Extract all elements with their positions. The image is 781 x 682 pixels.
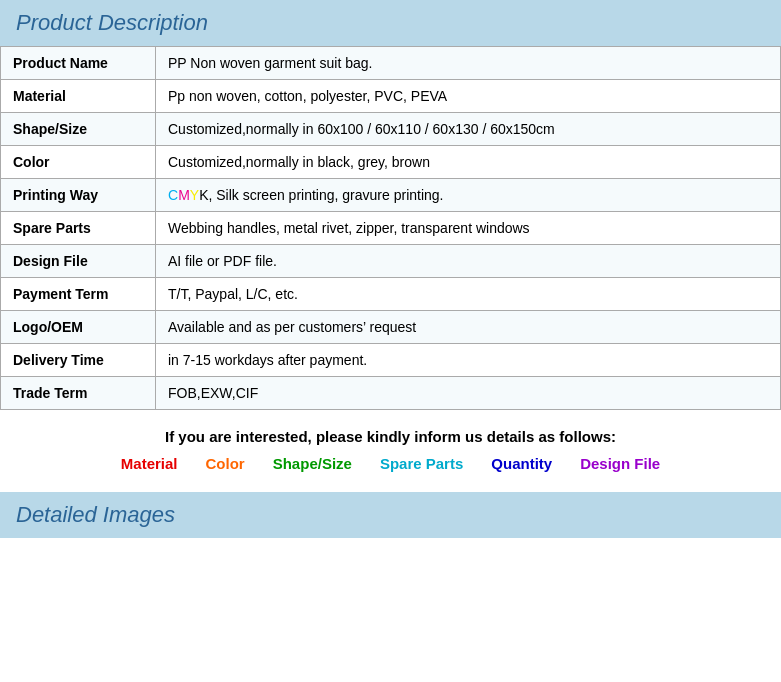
row-value: Available and as per customers’ request <box>156 311 781 344</box>
row-value: CMYK, Silk screen printing, gravure prin… <box>156 179 781 212</box>
keywords-row: MaterialColorShape/SizeSpare PartsQuanti… <box>10 455 771 472</box>
row-value: FOB,EXW,CIF <box>156 377 781 410</box>
row-label: Color <box>1 146 156 179</box>
row-value: Pp non woven, cotton, polyester, PVC, PE… <box>156 80 781 113</box>
keyword-item: Quantity <box>491 455 552 472</box>
table-row: Product NamePP Non woven garment suit ba… <box>1 47 781 80</box>
row-value: in 7-15 workdays after payment. <box>156 344 781 377</box>
detailed-images-header: Detailed Images <box>0 492 781 538</box>
row-value: Customized,normally in black, grey, brow… <box>156 146 781 179</box>
row-label: Shape/Size <box>1 113 156 146</box>
row-label: Payment Term <box>1 278 156 311</box>
interested-section: If you are interested, please kindly inf… <box>0 410 781 478</box>
table-row: Logo/OEMAvailable and as per customers’ … <box>1 311 781 344</box>
row-label: Material <box>1 80 156 113</box>
table-row: Delivery Timein 7-15 workdays after paym… <box>1 344 781 377</box>
table-row: ColorCustomized,normally in black, grey,… <box>1 146 781 179</box>
product-table: Product NamePP Non woven garment suit ba… <box>0 46 781 410</box>
table-row: Shape/SizeCustomized,normally in 60x100 … <box>1 113 781 146</box>
row-value: Webbing handles, metal rivet, zipper, tr… <box>156 212 781 245</box>
row-label: Trade Term <box>1 377 156 410</box>
row-value: T/T, Paypal, L/C, etc. <box>156 278 781 311</box>
keyword-item: Spare Parts <box>380 455 463 472</box>
row-label: Spare Parts <box>1 212 156 245</box>
product-description-title: Product Description <box>16 10 765 36</box>
row-label: Printing Way <box>1 179 156 212</box>
table-row: Printing WayCMYK, Silk screen printing, … <box>1 179 781 212</box>
table-row: Trade TermFOB,EXW,CIF <box>1 377 781 410</box>
table-row: Payment TermT/T, Paypal, L/C, etc. <box>1 278 781 311</box>
detailed-images-title: Detailed Images <box>16 502 765 528</box>
table-row: Design FileAI file or PDF file. <box>1 245 781 278</box>
row-value: PP Non woven garment suit bag. <box>156 47 781 80</box>
row-label: Logo/OEM <box>1 311 156 344</box>
keyword-item: Material <box>121 455 178 472</box>
keyword-item: Design File <box>580 455 660 472</box>
row-label: Design File <box>1 245 156 278</box>
keyword-item: Shape/Size <box>273 455 352 472</box>
product-description-header: Product Description <box>0 0 781 46</box>
row-label: Product Name <box>1 47 156 80</box>
table-row: Spare PartsWebbing handles, metal rivet,… <box>1 212 781 245</box>
keyword-item: Color <box>206 455 245 472</box>
row-label: Delivery Time <box>1 344 156 377</box>
row-value: AI file or PDF file. <box>156 245 781 278</box>
table-row: MaterialPp non woven, cotton, polyester,… <box>1 80 781 113</box>
interested-text: If you are interested, please kindly inf… <box>10 428 771 445</box>
row-value: Customized,normally in 60x100 / 60x110 /… <box>156 113 781 146</box>
